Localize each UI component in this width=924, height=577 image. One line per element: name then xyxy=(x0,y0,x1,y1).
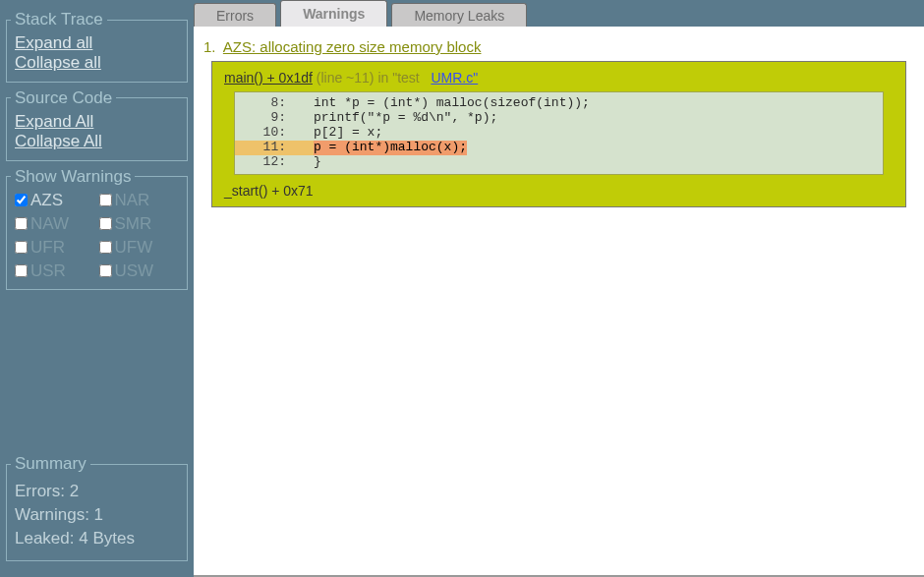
tab-warnings[interactable]: Warnings xyxy=(280,0,387,27)
warning-filter-checkbox-ufw[interactable] xyxy=(99,241,112,254)
warning-filter-nar[interactable]: NAR xyxy=(99,191,180,210)
code-line: 8: int *p = (int*) malloc(sizeof(int)); xyxy=(235,96,883,111)
stack-trace-legend: Stack Trace xyxy=(11,10,107,29)
collapse-all-source[interactable]: Collapse All xyxy=(15,132,179,151)
sidebar: Stack Trace Expand all Collapse all Sour… xyxy=(0,0,194,577)
summary-leaked: Leaked: 4 Bytes xyxy=(15,529,179,548)
summary-errors: Errors: 2 xyxy=(15,482,179,501)
code-source: p = (int*)malloc(x); xyxy=(314,141,467,155)
trail-frame: _start() + 0x71 xyxy=(224,183,894,199)
warning-filter-checkbox-azs[interactable] xyxy=(15,194,28,206)
warning-filter-label: UFR xyxy=(30,238,65,258)
code-line-number: 9: xyxy=(235,111,290,126)
collapse-all-stack[interactable]: Collapse all xyxy=(15,53,179,73)
warning-title[interactable]: AZS: allocating zero size memory block xyxy=(223,38,482,55)
code-line: 10: p[2] = x; xyxy=(235,126,883,141)
expand-all-source[interactable]: Expand All xyxy=(15,112,179,132)
frame-line: main() + 0x1df (line ~11) in "test UMR.c… xyxy=(224,70,894,86)
summary-panel: Summary Errors: 2 Warnings: 1 Leaked: 4 … xyxy=(6,454,188,561)
warning-filter-label: USR xyxy=(30,261,66,281)
code-line: 12: } xyxy=(235,155,883,170)
warning-filter-ufw[interactable]: UFW xyxy=(99,238,180,258)
main-area: Errors Warnings Memory Leaks 1. AZS: all… xyxy=(194,0,924,577)
warning-filter-label: NAW xyxy=(30,214,69,234)
warning-filter-checkbox-usr[interactable] xyxy=(15,264,28,277)
code-source: printf("*p = %d\n", *p); xyxy=(314,111,497,126)
warning-filter-label: AZS xyxy=(30,191,63,210)
warning-filter-checkbox-naw[interactable] xyxy=(15,217,28,230)
code-gutter xyxy=(290,126,314,141)
show-warnings-legend: Show Warnings xyxy=(11,167,135,187)
tab-errors[interactable]: Errors xyxy=(194,3,276,27)
warning-filter-checkbox-smr[interactable] xyxy=(99,217,112,230)
code-line-number: 8: xyxy=(235,96,290,111)
frame-function[interactable]: main() + 0x1df xyxy=(224,70,313,86)
warning-filter-azs[interactable]: AZS xyxy=(15,191,95,210)
warning-block: main() + 0x1df (line ~11) in "test UMR.c… xyxy=(211,61,906,207)
summary-warnings: Warnings: 1 xyxy=(15,505,179,525)
warning-filter-smr[interactable]: SMR xyxy=(99,214,180,234)
source-code-legend: Source Code xyxy=(11,88,116,108)
code-gutter xyxy=(290,141,314,155)
warning-filter-usr[interactable]: USR xyxy=(15,261,95,281)
stack-trace-panel: Stack Trace Expand all Collapse all xyxy=(6,10,188,83)
tab-memory-leaks[interactable]: Memory Leaks xyxy=(391,3,527,27)
frame-file[interactable]: UMR.c" xyxy=(431,70,478,86)
warning-filter-ufr[interactable]: UFR xyxy=(15,238,95,258)
code-source: } xyxy=(314,155,321,170)
frame-lineinfo: (line ~11) in "test xyxy=(317,70,420,86)
warning-filter-checkbox-nar[interactable] xyxy=(99,194,112,206)
warning-filter-naw[interactable]: NAW xyxy=(15,214,95,234)
tab-content: 1. AZS: allocating zero size memory bloc… xyxy=(194,27,924,575)
code-panel: 8: int *p = (int*) malloc(sizeof(int));9… xyxy=(234,91,884,175)
code-source: int *p = (int*) malloc(sizeof(int)); xyxy=(314,96,590,111)
warning-number: 1. xyxy=(203,38,216,55)
warning-header: 1. AZS: allocating zero size memory bloc… xyxy=(203,38,906,55)
summary-legend: Summary xyxy=(11,454,90,474)
code-gutter xyxy=(290,155,314,170)
code-line-number: 11: xyxy=(235,141,290,155)
code-line: 11: p = (int*)malloc(x); xyxy=(235,141,883,155)
code-line-number: 10: xyxy=(235,126,290,141)
warning-filter-label: NAR xyxy=(115,191,150,210)
code-gutter xyxy=(290,96,314,111)
tab-bar: Errors Warnings Memory Leaks xyxy=(194,0,924,27)
code-line-number: 12: xyxy=(235,155,290,170)
warning-filter-checkbox-ufr[interactable] xyxy=(15,241,28,254)
code-line: 9: printf("*p = %d\n", *p); xyxy=(235,111,883,126)
expand-all-stack[interactable]: Expand all xyxy=(15,33,179,53)
warning-filter-label: UFW xyxy=(115,238,153,258)
code-gutter xyxy=(290,111,314,126)
warning-filter-checkbox-usw[interactable] xyxy=(99,264,112,277)
warning-filter-usw[interactable]: USW xyxy=(99,261,180,281)
show-warnings-panel: Show Warnings AZSNARNAWSMRUFRUFWUSRUSW xyxy=(6,167,188,290)
code-source: p[2] = x; xyxy=(314,126,382,141)
warning-filter-label: USW xyxy=(115,261,154,281)
source-code-panel: Source Code Expand All Collapse All xyxy=(6,88,188,161)
warning-filter-label: SMR xyxy=(115,214,152,234)
